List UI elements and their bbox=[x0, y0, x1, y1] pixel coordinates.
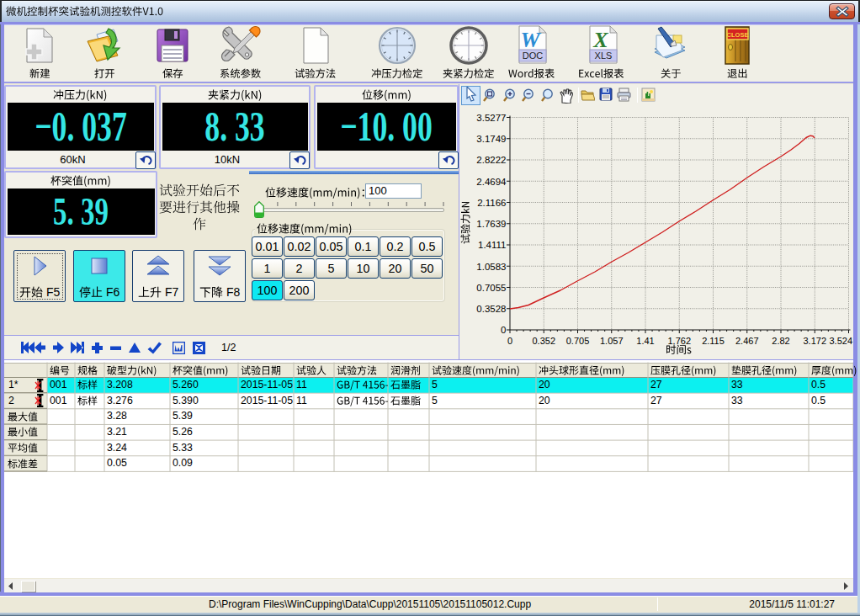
svg-text:CLOSE: CLOSE bbox=[727, 31, 749, 39]
svg-text:W: W bbox=[520, 28, 541, 52]
svg-text:X: X bbox=[592, 28, 608, 52]
svg-text:DOC: DOC bbox=[523, 50, 544, 61]
svg-text:XLS: XLS bbox=[595, 50, 613, 61]
